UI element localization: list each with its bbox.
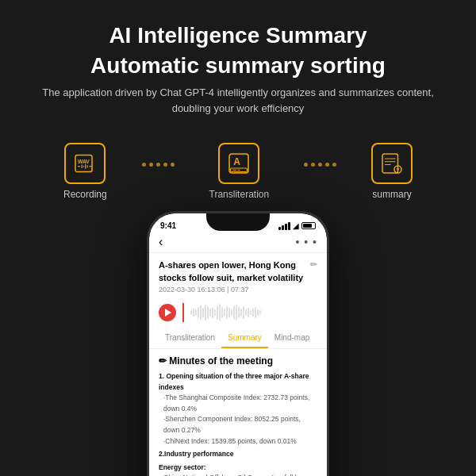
phone-container: 9:41 ◢ ‹ • • • — [147, 211, 329, 476]
article-meta: 2022-03-30 16:13:06 | 07:37 — [159, 286, 317, 294]
workflow-row: WAV Recording A Transliteration — [0, 143, 476, 200]
wifi-icon: ◢ — [293, 221, 299, 230]
battery-icon — [301, 222, 316, 229]
tab-mindmap[interactable]: Mind-map — [268, 328, 316, 348]
content-item-1: ·The Shanghai Composite Index: 2732.73 p… — [159, 393, 317, 414]
nav-bar: ‹ • • • — [149, 232, 327, 253]
tab-summary[interactable]: Summary — [221, 328, 268, 348]
workflow-transliteration: A Transliteration — [209, 143, 270, 200]
workflow-recording: WAV Recording — [63, 143, 107, 200]
summary-icon — [380, 152, 404, 175]
svg-text:A: A — [234, 156, 241, 167]
audio-player — [149, 297, 327, 328]
playhead-line — [182, 303, 184, 322]
title-line1: AI Intelligence Summary — [32, 22, 444, 49]
dots-2 — [269, 163, 371, 181]
content-item-2: ·Shenzhen Component Index: 8052.25 point… — [159, 414, 317, 436]
meeting-title: ✏ Minutes of the meeting — [159, 355, 317, 367]
recording-label: Recording — [63, 189, 107, 200]
content-item-3: ·ChiNext Index: 1539.85 points, down 0.0… — [159, 436, 317, 447]
transliteration-icon: A — [227, 152, 251, 175]
edit-icon[interactable]: ✏ — [310, 259, 317, 270]
tabs-bar: Transliteration Summary Mind-map — [149, 328, 327, 349]
dots-1 — [107, 163, 209, 181]
svg-text:WAV: WAV — [78, 159, 90, 164]
status-right-icons: ◢ — [278, 221, 316, 230]
wav-icon: WAV — [73, 152, 97, 175]
transliteration-icon-box: A — [218, 143, 259, 184]
more-menu-icon[interactable]: • • • — [296, 236, 317, 248]
workflow-summary: summary — [371, 143, 413, 200]
svg-rect-5 — [382, 154, 398, 173]
article-title: A-shares open lower, Hong Kong stocks fo… — [159, 259, 307, 284]
header-description: The application driven by Chat GPT-4 int… — [32, 85, 444, 116]
waveform-display — [190, 303, 318, 322]
phone-mockup: 9:41 ◢ ‹ • • • — [147, 211, 329, 476]
summary-label: summary — [372, 189, 411, 200]
phone-screen: 9:41 ◢ ‹ • • • — [149, 213, 327, 476]
content-item-5: Energy sector: — [159, 463, 317, 474]
content-item-0: 1. Opening situation of the three major … — [159, 371, 317, 393]
header-section: AI Intelligence Summary Automatic summar… — [0, 0, 476, 129]
play-triangle-icon — [165, 309, 171, 317]
phone-notch — [206, 213, 270, 231]
content-item-4: 2.Industry performance — [159, 449, 317, 460]
back-arrow-icon[interactable]: ‹ — [159, 235, 163, 249]
recording-icon-box: WAV — [64, 143, 106, 184]
title-line2: Automatic summary sorting — [32, 52, 444, 79]
summary-icon-box — [371, 143, 413, 184]
transliteration-label: Transliteration — [209, 189, 270, 200]
meeting-content: 1. Opening situation of the three major … — [159, 371, 317, 476]
tab-transliteration[interactable]: Transliteration — [159, 328, 221, 348]
content-item-6: China National Offshore Oil Corporation … — [159, 473, 317, 476]
content-area: ✏ Minutes of the meeting 1. Opening situ… — [149, 349, 327, 476]
play-button[interactable] — [159, 304, 176, 321]
article-header: A-shares open lower, Hong Kong stocks fo… — [149, 253, 327, 297]
status-time: 9:41 — [160, 221, 176, 230]
signal-icon — [278, 222, 290, 230]
